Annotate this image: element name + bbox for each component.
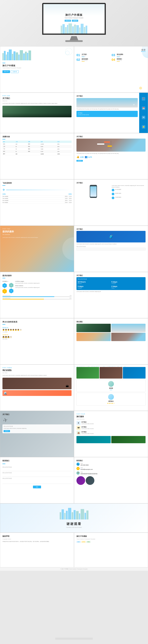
phone-item-2: 2 酒店预订服务 [112,193,146,195]
cell: 度假 [27,148,40,150]
view-more-label[interactable]: 查看更多 [76,160,83,162]
table-header-2: 人数 [15,140,28,143]
sidebar-icon-calendar: 📅 [142,106,145,110]
slide1-btn2[interactable]: 主题内容 [11,70,19,73]
toc-label-cn-2: 提供的服务 [82,58,88,60]
about-card-sub: 大约我们的详细介绍内容 [78,114,136,116]
bar-wrap-2 [2,299,72,300]
slide-flight: 飞机流程表 ✈ 出发地 目的地 One variable 09:00 → 11:… [0,179,74,226]
ceo-name: 某某某 [78,388,144,389]
ceo-avatar [108,381,114,387]
luggage-input-field[interactable] [76,248,146,250]
contact-title: 联系我们 [2,460,72,462]
flight-row-3: Four variable 18:00 → 21:30 [2,200,72,202]
services-desc: Lorem ipsum dolor sit amet, consectetur … [2,237,72,238]
signpost-photo [76,138,146,152]
field2-label: 通在这里填写标题 [2,472,72,474]
luggage-emoji: 🧳 [109,234,114,239]
field2-input[interactable] [2,474,72,477]
team-photos-row [76,367,146,378]
cell: 346 [15,153,28,155]
splash-emoji: 🌊 [4,392,7,395]
hiker-emoji: 🏔 [66,384,69,388]
fh-dst: 目的地 [68,194,72,195]
female-icon-4: 👩 [10,336,12,338]
signpost-pole [111,141,111,150]
slide-signpost: 关于我们 The quickly brown fox jumps over th… [74,133,148,179]
hero-btn2[interactable]: 主题内容 [72,20,78,22]
flight-row-4: Our variable 22:00 → 01:00 [2,202,72,204]
male-icon-3: 👨 [7,329,9,331]
contact-circle-1 [76,476,85,485]
service-items: ✈ 关于我们 Lorem ipsum dolor sit amet. 🗺 关于我… [76,421,146,435]
slide-hex-inner: 提供的服务 特色服务 A 01 02 03 04 Limitless pages… [0,272,74,318]
contact-right-title: 联系我们 [76,460,146,462]
slide1-btn1[interactable]: 某设计者 [2,70,10,73]
fr2-time: 13:00 → 16:00 [65,198,72,199]
slide-flight-inner: 飞机流程表 ✈ 出发地 目的地 One variable 09:00 → 11:… [0,180,74,226]
follow-stat: 👥 8,276 [85,156,92,158]
stat-lbl-1: 服务时间 [78,283,111,284]
stat-lbl-2: 平均行程 [111,283,145,284]
slide-services-label-inner: Part Two 提供的服务 Our Services Lorem ipsum … [0,226,74,272]
team-photo-2 [100,367,122,378]
stats-block-title: 通在这里填写标题 [78,278,145,280]
field1-label: 通在这里填写标题 [2,466,72,468]
submit-btn[interactable]: 发送 [33,486,41,488]
bar-label-1: Last achievement75% [2,295,72,296]
slide-copyright-right-inner: 旅行户外模板 Travel Outdoor Powerpoint Templat… [74,533,148,567]
slide-part-four-inner: Part Four 旅行服务 Travel Services ✈ 关于我们 Lo… [74,411,148,457]
sidebar-icon-location: 📍 [142,97,145,100]
field3-input[interactable] [2,480,72,484]
email-label: 邮箱 [81,467,93,469]
ceo-card: 某某某 CEO [76,380,146,392]
slide-farewell: 谢谢观看 THANKS FOR WATCHING [0,504,148,532]
farewell-title-cn: 谢谢观看 [66,522,82,526]
phone-col-right: Lorem ipsum dolor sit amet, consectetur … [112,185,146,200]
part-one-title-cn: 关于我们 [2,97,72,100]
slide-signpost-inner: 关于我们 The quickly brown fox jumps over th… [74,133,148,179]
fr3-name: Four variable [2,200,8,201]
contact-field-2: 通在这里填写标题 [2,472,72,477]
cell: 34,600 [40,153,57,155]
member2-card: 填写姓名 ★★★★☆ [76,393,146,406]
blue-sidebar-icons: 📍 📅 🗺 ⭐ [139,93,148,133]
hex-col-2: 03 04 [9,283,13,294]
flight-header-row: 出发地 目的地 [2,193,72,196]
consumption-title: 消费列表 [2,136,72,138]
field1-input[interactable] [2,468,72,471]
consumption-table: 地区 人数 消费 金额 比例 北京 120 旅游 12,000 35% [2,140,72,155]
male-icon-2: 👨 [5,329,7,331]
phone-speaker [92,186,95,186]
member2-name: 填写姓名 [78,400,144,402]
contact-intro-btn[interactable]: 查看更多 [3,430,10,432]
stat-val-4: 2 days [111,285,145,288]
slide-copyright-right: 旅行户外模板 Travel Outdoor Powerpoint Templat… [74,532,148,567]
like-stat: 👍 4,398 [76,156,84,158]
part-one-desc: Lorem ipsum dolor sit amet, consectetur … [2,103,72,104]
flight-title: 飞机流程表 [2,182,72,184]
farewell-content: 谢谢观看 THANKS FOR WATCHING [0,504,148,532]
semi-circle-deco [62,237,74,260]
disclaimer-title-en: Copyright Notice [2,538,72,540]
phone-item1-text: 旅行规划服务 [115,189,121,190]
view-more-btn[interactable]: 查看更多 [76,159,146,162]
table-row: 广州 76 度假 7,600 22% [2,148,72,150]
hex-title: 提供的服务 [2,274,72,277]
female-pct: 28% 女性 [2,338,72,340]
num2: 2 [112,193,114,195]
part-three-desc: Lorem ipsum dolor sit amet, consectetur … [2,375,72,376]
hex-service-name: Limitless pages [15,281,72,282]
contact-circle-2 [86,476,94,485]
toc-num-1: 01 [76,54,81,57]
service-name-2: 关于我们 [81,426,94,428]
phone-screen [90,186,97,197]
hero-btn1[interactable]: 某设计者 [65,20,71,22]
part-one-title-en: About Us [2,100,72,102]
river-photo [76,436,111,443]
hex-4: 04 [9,288,13,293]
contact-circ-photo-2 [86,476,94,485]
fr4-time: 22:00 → 01:00 [65,202,72,203]
female-label: 女性旅行者 [2,334,72,336]
contact-intro-text: Lorem ipsum dolor sit amet, consectetur … [3,428,70,429]
